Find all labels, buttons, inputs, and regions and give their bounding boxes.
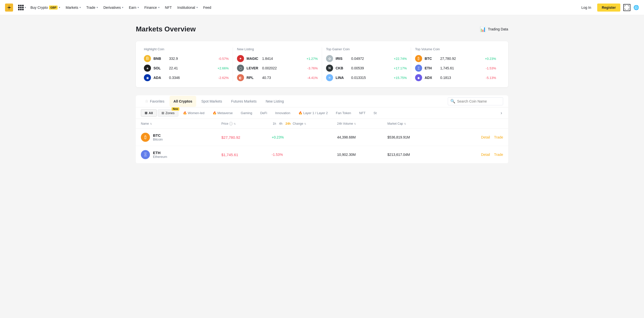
sort-icon: ⇅	[304, 122, 306, 125]
iris-row: ✿ IRIS 0.04972 +22.74%	[326, 55, 407, 62]
chevron-down-icon: ▾	[122, 6, 123, 9]
chevron-down-icon: ▾	[196, 6, 198, 9]
new-listing-card: New Listing ✦ MAGIC 1.8414 +1.27% ⬡ LEVE…	[233, 47, 322, 81]
th-actions	[443, 121, 503, 126]
chevron-down-icon: ▾	[79, 6, 81, 9]
time-tab-24h[interactable]: 24h	[285, 121, 292, 126]
fullscreen-icon: ⛶	[623, 4, 630, 11]
new-listing-label: New Listing	[237, 47, 318, 51]
nav-earn[interactable]: Earn ▾	[126, 4, 141, 11]
eth-trade-button[interactable]: Trade	[494, 153, 503, 157]
tab-spot-markets[interactable]: Spot Markets	[197, 96, 226, 107]
tab-futures-markets[interactable]: Futures Markets	[227, 96, 261, 107]
category-defi[interactable]: DeFi	[257, 110, 270, 116]
tab-all-cryptos[interactable]: All Cryptos	[170, 96, 196, 107]
sort-icon: ⇅	[354, 122, 356, 125]
lever-icon: ⬡	[237, 65, 244, 72]
apps-button[interactable]: ▾	[17, 4, 27, 11]
tab-new-listing[interactable]: New Listing	[262, 96, 288, 107]
category-all[interactable]: ⊞ All	[141, 109, 157, 117]
search-coin-input[interactable]	[448, 97, 503, 105]
th-name: Name ⇅	[141, 121, 221, 126]
globe-icon: 🌐	[633, 5, 639, 10]
sort-icon: ⇅	[234, 122, 236, 125]
language-button[interactable]: 🌐	[633, 5, 639, 10]
lever-row: ⬡ LEVER 0.002022 -3.76%	[237, 65, 318, 72]
iris-icon: ✿	[326, 55, 333, 62]
eth-actions: Detail Trade	[443, 153, 503, 157]
trading-data-button[interactable]: 📊 Trading Data	[480, 26, 508, 32]
btc-volume: 44,398.68M	[337, 135, 387, 139]
nav-markets[interactable]: Markets ▾	[63, 4, 83, 11]
ada-row: ◉ ADA 0.3346 -2.62%	[144, 74, 229, 81]
eth-change: -1.53%	[272, 153, 337, 157]
lina-icon: ≋	[326, 74, 333, 81]
filter-bar: ☆ Favorites All Cryptos Spot Markets Fut…	[136, 95, 508, 107]
binance-logo-icon	[5, 4, 13, 12]
rpl-icon: ◐	[237, 74, 244, 81]
time-tab-1h[interactable]: 1h	[272, 121, 277, 126]
table-header: Name ⇅ Price i ⇅ 1h 4h 24h Change ⇅ 24h …	[136, 119, 508, 129]
binance-logo[interactable]	[5, 4, 13, 12]
category-nft[interactable]: NFT	[356, 110, 369, 116]
eth-marketcap: $213,617.04M	[387, 153, 443, 157]
adx-row: ◆ ADX 0.1813 -5.13%	[415, 74, 496, 81]
time-tab-4h[interactable]: 4h	[278, 121, 283, 126]
btc-overview-row: ₿ BTC 27,780.92 +0.23%	[415, 55, 496, 62]
nav-right: Log In Register ⛶ 🌐	[578, 4, 639, 12]
category-fan-token[interactable]: Fan Token	[332, 110, 354, 116]
category-innovation[interactable]: Innovation	[272, 110, 294, 116]
category-gaming[interactable]: Gaming	[237, 110, 256, 116]
category-layer1-2[interactable]: 🔥 Layer 1 / Layer 2	[295, 110, 331, 116]
new-badge: New	[172, 107, 179, 111]
gbp-badge: GBP	[49, 6, 58, 10]
ckb-icon: N	[326, 65, 333, 72]
btc-table-icon: ₿	[141, 133, 150, 142]
search-wrapper: 🔍	[448, 97, 503, 105]
eth-volume: 10,902.30M	[337, 153, 387, 157]
eth-detail-button[interactable]: Detail	[481, 153, 490, 157]
bnb-icon: B	[144, 55, 151, 62]
fire-icon: 🔥	[298, 111, 302, 115]
nav-trade[interactable]: Trade ▾	[84, 4, 100, 11]
overview-cards: Highlight Coin B BNB 332.9 -0.57% ◈ SOL …	[136, 41, 508, 87]
fullscreen-button[interactable]: ⛶	[623, 4, 630, 11]
category-bar: ⊞ All ⊞ Zones New 🔥 Women-led 🔥 Metavers…	[136, 107, 508, 119]
eth-overview-icon: Ξ	[415, 65, 422, 72]
nav-feed[interactable]: Feed	[201, 4, 214, 11]
category-st[interactable]: St	[370, 110, 380, 116]
chart-icon: 📊	[480, 26, 486, 32]
register-button[interactable]: Register	[597, 4, 620, 12]
fire-icon: 🔥	[183, 111, 187, 115]
magic-icon: ✦	[237, 55, 244, 62]
btc-detail-button[interactable]: Detail	[481, 135, 490, 139]
category-metaverse[interactable]: 🔥 Metaverse	[209, 110, 236, 116]
fire-icon: 🔥	[213, 111, 217, 115]
table-row: Ξ ETH Ethereum $1,745.61 -1.53% 10,902.3…	[136, 146, 508, 163]
ada-icon: ◉	[144, 74, 151, 81]
tab-favorites[interactable]: ☆ Favorites	[141, 95, 169, 107]
top-gainer-label: Top Gainer Coin	[326, 47, 407, 51]
btc-trade-button[interactable]: Trade	[494, 135, 503, 139]
nav-finance[interactable]: Finance ▾	[142, 4, 162, 11]
sort-icon: ⇅	[404, 122, 406, 125]
nav-menu: Buy Crypto GBP ▾ Markets ▾ Trade ▾ Deriv…	[28, 4, 578, 11]
scroll-right-button[interactable]: ›	[500, 109, 503, 117]
top-volume-label: Top Volume Coin	[415, 47, 496, 51]
nav-institutional[interactable]: Institutional ▾	[175, 4, 200, 11]
page-title: Markets Overview	[136, 25, 196, 33]
category-women-led[interactable]: 🔥 Women-led	[179, 110, 208, 116]
sol-row: ◈ SOL 22.41 +2.66%	[144, 65, 229, 72]
btc-change: +0.23%	[272, 135, 337, 139]
th-volume: 24h Volume ⇅	[337, 121, 387, 126]
nav-derivatives[interactable]: Derivatives ▾	[101, 4, 126, 11]
ckb-row: N CKB 0.00539 +17.17%	[326, 65, 407, 72]
chevron-down-icon: ▾	[25, 6, 26, 9]
login-button[interactable]: Log In	[578, 4, 594, 11]
magic-row: ✦ MAGIC 1.8414 +1.27%	[237, 55, 318, 62]
nav-buy-crypto[interactable]: Buy Crypto GBP ▾	[28, 4, 63, 11]
btc-overview-icon: ₿	[415, 55, 422, 62]
bnb-row: B BNB 332.9 -0.57%	[144, 55, 229, 62]
grid-icon	[18, 5, 24, 10]
nav-nft[interactable]: NFT	[163, 4, 174, 11]
